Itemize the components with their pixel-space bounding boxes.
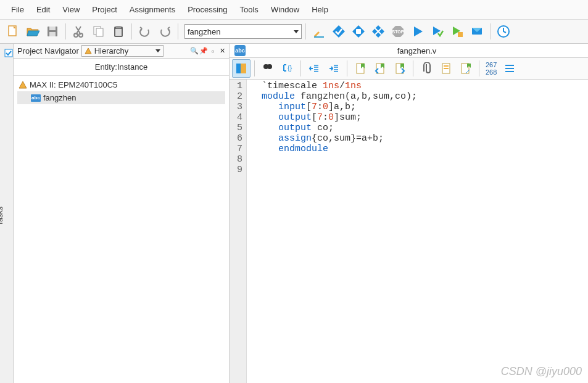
tasks-tab[interactable]: Tasks bbox=[0, 44, 14, 383]
search-icon[interactable]: 🔍 bbox=[190, 47, 199, 56]
svg-rect-2 bbox=[49, 27, 56, 30]
chevron-down-icon bbox=[155, 49, 160, 52]
list-icon[interactable] bbox=[500, 59, 519, 78]
menu-assignments[interactable]: Assignments bbox=[123, 2, 181, 17]
close-icon[interactable]: ✕ bbox=[218, 47, 226, 56]
hierarchy-label: Hierarchy bbox=[94, 46, 129, 56]
menu-help[interactable]: Help bbox=[305, 2, 334, 17]
svg-rect-3 bbox=[49, 32, 56, 36]
edit-settings-icon[interactable] bbox=[310, 22, 328, 41]
svg-rect-14 bbox=[458, 32, 463, 37]
separator bbox=[131, 23, 132, 39]
outdent-icon[interactable] bbox=[305, 59, 323, 78]
svg-rect-28 bbox=[444, 65, 449, 67]
watermark: CSDN @jiyu000 bbox=[501, 365, 582, 378]
svg-rect-18 bbox=[5, 49, 12, 57]
bookmark-prev-icon[interactable] bbox=[371, 59, 389, 78]
menu-tools[interactable]: Tools bbox=[234, 2, 265, 17]
find-icon[interactable] bbox=[259, 59, 277, 78]
editor-toolbar: {} 267 268 bbox=[230, 58, 588, 80]
analysis-icon[interactable] bbox=[329, 22, 348, 41]
menu-view[interactable]: View bbox=[56, 2, 86, 17]
menu-edit[interactable]: Edit bbox=[30, 2, 56, 17]
svg-point-4 bbox=[74, 33, 78, 37]
main-toolbar: fangzhen STOP bbox=[0, 20, 588, 44]
separator bbox=[300, 60, 301, 76]
open-folder-icon[interactable] bbox=[23, 22, 42, 41]
restore-icon[interactable]: ▫ bbox=[209, 47, 217, 56]
save-icon[interactable] bbox=[43, 22, 62, 41]
chip-planner-icon[interactable] bbox=[448, 22, 466, 41]
attach-icon[interactable] bbox=[417, 59, 436, 78]
run-icon[interactable] bbox=[408, 22, 427, 41]
code-editor[interactable]: 123456789 `timescale 1ns/1ns module fang… bbox=[230, 80, 588, 383]
device-node[interactable]: MAX II: EPM240T100C5 bbox=[17, 78, 225, 91]
separator bbox=[65, 23, 66, 39]
editor-pane: abc fangzhen.v {} 267 268 bbox=[230, 44, 588, 383]
bookmark-next-icon[interactable] bbox=[391, 59, 409, 78]
template-icon[interactable] bbox=[437, 59, 455, 78]
separator bbox=[479, 60, 479, 76]
svg-rect-10 bbox=[115, 29, 122, 36]
menu-file[interactable]: File bbox=[5, 2, 30, 17]
toggle-view-icon[interactable] bbox=[232, 59, 251, 78]
entity-icon: abc bbox=[31, 94, 41, 102]
line-stats: 267 268 bbox=[486, 61, 497, 76]
bookmark-icon[interactable] bbox=[351, 59, 370, 78]
compile-icon[interactable] bbox=[349, 22, 368, 41]
svg-rect-12 bbox=[356, 29, 361, 34]
stat-top: 267 bbox=[486, 61, 497, 68]
svg-point-5 bbox=[79, 33, 83, 37]
paste-icon[interactable] bbox=[109, 22, 128, 41]
separator bbox=[178, 23, 178, 39]
svg-text:{}: {} bbox=[288, 64, 292, 72]
device-icon bbox=[19, 81, 27, 89]
clock-icon[interactable] bbox=[494, 22, 513, 41]
file-type-badge: abc bbox=[234, 45, 246, 56]
entity-node[interactable]: abc fangzhen bbox=[17, 91, 225, 104]
new-file-icon[interactable] bbox=[4, 22, 22, 41]
tasks-label: Tasks bbox=[0, 207, 4, 226]
separator bbox=[347, 60, 347, 76]
copy-icon[interactable] bbox=[89, 22, 108, 41]
hierarchy-icon bbox=[85, 47, 92, 55]
svg-rect-7 bbox=[96, 28, 103, 36]
svg-text:STOP: STOP bbox=[392, 30, 404, 34]
project-navigator-header: Project Navigator Hierarchy 🔍 📌 ▫ ✕ bbox=[14, 44, 229, 59]
svg-rect-11 bbox=[314, 36, 324, 38]
menu-processing[interactable]: Processing bbox=[181, 2, 233, 17]
indent-icon[interactable] bbox=[325, 59, 343, 78]
undo-icon[interactable] bbox=[136, 22, 154, 41]
entity-instance-header: Entity:Instance bbox=[14, 59, 229, 76]
code-area[interactable]: `timescale 1ns/1ns module fangzhen(a,b,s… bbox=[247, 80, 588, 383]
svg-rect-9 bbox=[116, 26, 121, 28]
run-check-icon[interactable] bbox=[428, 22, 447, 41]
pane-controls: 🔍 📌 ▫ ✕ bbox=[190, 47, 226, 56]
entity-combobox-value: fangzhen bbox=[188, 27, 221, 36]
svg-rect-20 bbox=[236, 64, 241, 73]
line-gutter: 123456789 bbox=[230, 80, 247, 383]
hierarchy-combobox[interactable]: Hierarchy bbox=[81, 45, 164, 57]
file-tab-bar: abc fangzhen.v bbox=[230, 44, 588, 58]
replace-icon[interactable]: {} bbox=[278, 59, 297, 78]
message-icon[interactable] bbox=[468, 22, 486, 41]
separator bbox=[305, 23, 306, 39]
timing-icon[interactable] bbox=[369, 22, 387, 41]
entity-label: fangzhen bbox=[43, 93, 77, 102]
device-label: MAX II: EPM240T100C5 bbox=[30, 80, 117, 89]
chevron-down-icon bbox=[294, 30, 299, 33]
separator bbox=[254, 60, 255, 76]
pin-icon[interactable]: 📌 bbox=[199, 47, 208, 56]
separator bbox=[413, 60, 413, 76]
insert-template-icon[interactable] bbox=[457, 59, 475, 78]
redo-icon[interactable] bbox=[155, 22, 174, 41]
main-area: Tasks Project Navigator Hierarchy 🔍 📌 ▫ … bbox=[0, 44, 588, 383]
menu-project[interactable]: Project bbox=[86, 2, 123, 17]
tasks-icon bbox=[4, 49, 13, 57]
entity-combobox[interactable]: fangzhen bbox=[184, 24, 302, 39]
cut-icon[interactable] bbox=[70, 22, 88, 41]
menu-window[interactable]: Window bbox=[265, 2, 305, 17]
stat-bot: 268 bbox=[486, 68, 497, 76]
stop-icon[interactable]: STOP bbox=[389, 22, 407, 41]
filename-label: fangzhen.v bbox=[251, 46, 583, 56]
